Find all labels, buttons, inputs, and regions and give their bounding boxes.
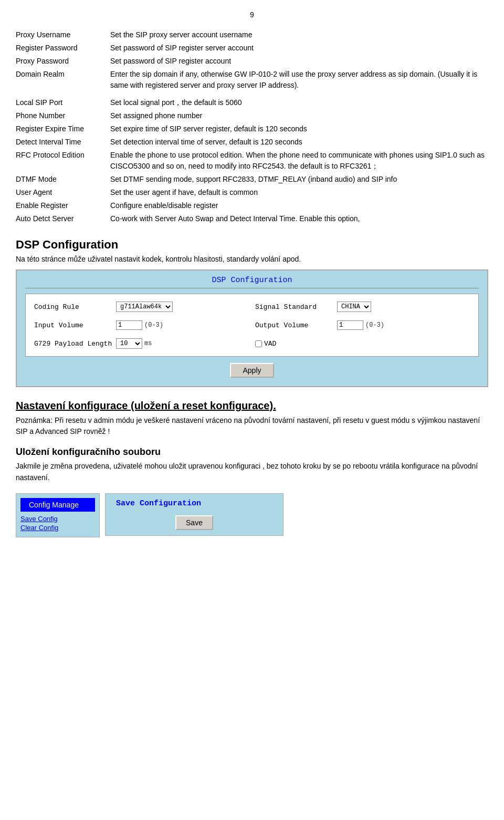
ulozeni-title: Uložení konfiguračního souboru [16,447,488,458]
dsp-output-volume-row: Output Volume 1 (0-3) [252,318,473,332]
dsp-g729-payload-row: G729 Payload Length 10 20 30 ms [31,336,252,351]
settings-desc: Configure enable/disable register [110,199,488,212]
settings-term: RFC Protocol Edition [16,149,110,173]
settings-row: Detect Interval Time Set detection inter… [16,136,488,149]
apply-button[interactable]: Apply [230,363,274,378]
signal-standard-control[interactable]: CHINA USA [337,302,371,312]
settings-term: Local SIP Port [16,96,110,109]
settings-row: RFC Protocol Edition Enable the phone to… [16,149,488,173]
settings-desc: Set detection interval time of server, d… [110,136,488,149]
save-config-link[interactable]: Save Config [20,515,95,523]
vad-control[interactable]: VAD [255,340,276,348]
nastaveni-note: Poznámka: Při resetu v admin módu je veš… [16,415,488,437]
ulozeni-text: Jakmile je změna provedena, uživatelé mo… [16,460,488,484]
settings-term: Proxy Password [16,55,110,68]
settings-term: Proxy Username [16,28,110,41]
settings-row: Register Expire Time Set expire time of … [16,122,488,136]
g729-payload-label: G729 Payload Length [34,340,113,348]
input-volume-control[interactable]: 1 (0-3) [116,320,163,330]
settings-term: Domain Realm [16,68,110,92]
settings-desc: Set DTMF sending mode, support RFC2833, … [110,173,488,186]
settings-desc: Enable the phone to use protocol edition… [110,149,488,173]
settings-table: Proxy Username Set the SIP proxy server … [16,28,488,225]
settings-term: DTMF Mode [16,173,110,186]
settings-row: Enable Register Configure enable/disable… [16,199,488,212]
settings-desc: Co-work with Server Auto Swap and Detect… [110,212,488,225]
settings-row: Domain Realm Enter the sip domain if any… [16,68,488,92]
vad-checkbox[interactable] [255,340,262,347]
signal-standard-label: Signal Standard [255,303,334,311]
settings-row: Phone Number Set assigned phone number [16,109,488,122]
clear-config-link[interactable]: Clear Config [20,524,95,532]
config-left-panel: Config Manage Save Config Clear Config [16,493,100,537]
g729-payload-control[interactable]: 10 20 30 ms [116,338,152,349]
dsp-config-box: DSP Configuration Coding Rule g711Alaw64… [16,269,488,387]
signal-standard-select[interactable]: CHINA USA [337,302,371,312]
settings-row: Auto Detct Server Co-work with Server Au… [16,212,488,225]
settings-term: Register Expire Time [16,122,110,136]
settings-term: Phone Number [16,109,110,122]
settings-row: Local SIP Port Set local signal port，the… [16,96,488,109]
coding-rule-select[interactable]: g711Alaw64k g711Ulaw64k g729 [116,302,173,312]
input-volume-label: Input Volume [34,321,113,329]
input-volume-hint: (0-3) [144,321,163,329]
output-volume-field[interactable]: 1 [337,320,363,330]
settings-row: Register Password Set password of SIP re… [16,41,488,55]
settings-desc: Set the SIP proxy server account usernam… [110,28,488,41]
settings-row: Proxy Username Set the SIP proxy server … [16,28,488,41]
settings-row: User Agent Set the user agent if have, d… [16,186,488,199]
settings-term: Register Password [16,41,110,55]
config-manage-button[interactable]: Config Manage [20,498,95,512]
settings-term: Detect Interval Time [16,136,110,149]
dsp-coding-rule-row: Coding Rule g711Alaw64k g711Ulaw64k g729 [31,299,252,314]
config-manage-area: Config Manage Save Config Clear Config S… [16,493,488,537]
vad-label: VAD [264,340,276,348]
coding-rule-control[interactable]: g711Alaw64k g711Ulaw64k g729 [116,302,173,312]
settings-row: Proxy Password Set password of SIP regis… [16,55,488,68]
dsp-box-title: DSP Configuration [25,276,479,288]
output-volume-control[interactable]: 1 (0-3) [337,320,384,330]
output-volume-hint: (0-3) [365,321,384,329]
dsp-section-heading: DSP Configuration [16,238,488,252]
settings-row: DTMF Mode Set DTMF sending mode, support… [16,173,488,186]
nastaveni-title: Nastavení konfigurace (uložení a reset k… [16,400,488,412]
dsp-vad-row: VAD [252,336,473,351]
settings-term: Enable Register [16,199,110,212]
settings-desc: Set password of SIP register account [110,55,488,68]
settings-desc: Set local signal port，the default is 506… [110,96,488,109]
config-right-title: Save Configuration [116,499,272,508]
settings-term: Auto Detct Server [16,212,110,225]
settings-desc: Set password of SIP register server acco… [110,41,488,55]
save-button[interactable]: Save [175,515,213,530]
dsp-signal-standard-row: Signal Standard CHINA USA [252,299,473,314]
page-number: 9 [16,11,488,19]
dsp-input-volume-row: Input Volume 1 (0-3) [31,318,252,332]
dsp-section-subtext: Na této stránce může uživatel nastavit k… [16,255,488,263]
output-volume-label: Output Volume [255,321,334,329]
settings-desc: Set the user agent if have, default is c… [110,186,488,199]
dsp-grid: Coding Rule g711Alaw64k g711Ulaw64k g729… [25,294,479,357]
g729-payload-unit: ms [144,340,152,347]
config-right-panel: Save Configuration Save [105,493,284,536]
settings-desc: Set assigned phone number [110,109,488,122]
settings-term: User Agent [16,186,110,199]
settings-desc: Enter the sip domain if any, otherwise G… [110,68,488,92]
settings-desc: Set expire time of SIP server register, … [110,122,488,136]
coding-rule-label: Coding Rule [34,303,113,311]
dsp-apply-row: Apply [25,363,479,378]
g729-payload-select[interactable]: 10 20 30 [116,338,142,349]
input-volume-field[interactable]: 1 [116,320,142,330]
